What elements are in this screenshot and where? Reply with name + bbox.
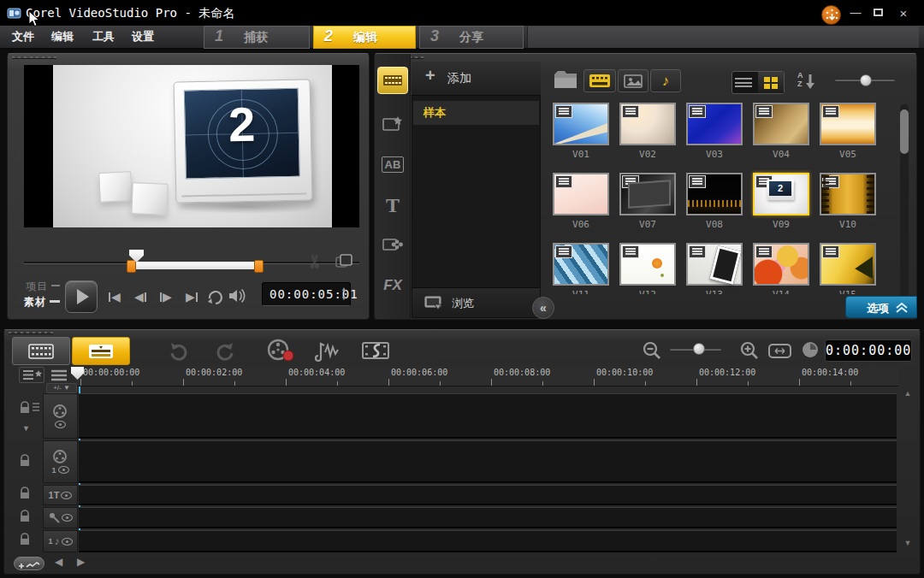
sound-mixer-button[interactable] — [311, 339, 342, 363]
video-track-lane[interactable] — [79, 393, 897, 439]
close-button[interactable]: × — [895, 6, 912, 20]
menu-edit[interactable]: 编辑 — [51, 26, 74, 48]
go-to-end-button[interactable]: ▶ — [181, 287, 202, 306]
library-add-header[interactable]: + 添加 — [412, 62, 541, 96]
music-track-header[interactable]: 1 ♪ — [43, 530, 78, 552]
library-thumbnail-v14[interactable]: V14 — [753, 243, 809, 294]
library-thumbnail-v08[interactable]: V08 — [686, 173, 743, 243]
clip-mode-label[interactable]: 素材 — [24, 295, 46, 310]
undo-button[interactable] — [168, 341, 188, 362]
thumbnail-view-button[interactable] — [758, 72, 784, 93]
filter-music-button[interactable]: ♪ — [650, 69, 681, 92]
step-tab-edit[interactable]: 2 编辑 — [313, 26, 416, 49]
library-thumbnail-v02[interactable]: V02 — [619, 103, 676, 173]
enlarge-preview-icon[interactable] — [335, 254, 351, 268]
nav-transition-icon[interactable]: AB — [377, 150, 408, 178]
library-thumbnail-v01[interactable]: V01 — [553, 103, 609, 173]
redo-button[interactable] — [216, 341, 236, 362]
voice-track-header[interactable] — [43, 507, 78, 528]
project-mode-label[interactable]: 项目 — [26, 280, 48, 294]
sort-button[interactable]: A Z — [795, 70, 820, 92]
video-track-header[interactable] — [43, 393, 78, 439]
timeline-ruler[interactable]: 00:00:00:0000:00:02:0000:00:04:0000:00:0… — [75, 366, 898, 386]
timeline-zoom-slider-knob[interactable] — [693, 343, 705, 355]
filter-video-button[interactable] — [583, 69, 616, 92]
play-button[interactable] — [65, 280, 98, 313]
options-button[interactable]: 选项 — [845, 296, 917, 318]
repeat-button[interactable] — [205, 286, 224, 305]
menu-file[interactable]: 文件 — [12, 26, 34, 48]
library-category-sample[interactable]: 样本 — [413, 101, 539, 125]
trim-range-bar[interactable] — [134, 262, 259, 269]
library-thumbnail-v06[interactable]: V06 — [553, 173, 609, 243]
library-thumbnail-v15[interactable]: V15 — [820, 243, 876, 294]
show-all-tracks-button[interactable] — [19, 367, 44, 383]
go-to-start-button[interactable]: ◀ — [104, 287, 125, 306]
previous-frame-button[interactable]: ◀ — [130, 287, 151, 306]
video-track-ride-lock-icon[interactable] — [19, 400, 33, 414]
volume-button[interactable] — [228, 287, 248, 304]
library-thumbnail-v09[interactable]: 2V09 — [753, 173, 809, 243]
library-thumbnail-v10[interactable]: V10 — [820, 173, 876, 243]
timeline-view-button[interactable] — [72, 337, 130, 365]
split-clip-scissors-icon[interactable]: ✄ — [305, 255, 325, 269]
menu-tools[interactable]: 工具 — [92, 26, 115, 48]
timecode-down-icon[interactable]: ▼ — [342, 296, 346, 302]
timeline-time-display[interactable]: 0:00:00:00 — [825, 339, 912, 362]
minimize-button[interactable]: — — [847, 7, 864, 21]
timeline-scroll-up-icon[interactable]: ▲ — [902, 389, 914, 398]
library-thumbnail-v04[interactable]: V04 — [753, 103, 809, 173]
library-thumbnail-v03[interactable]: V03 — [686, 103, 743, 173]
corel-update-icon[interactable] — [821, 5, 841, 25]
timecode-up-icon[interactable]: ▲ — [342, 286, 346, 292]
preview-timecode[interactable]: 00:00:05:01 ▲ ▼ — [262, 282, 351, 306]
title-track-lane[interactable] — [79, 485, 897, 505]
zoom-in-button[interactable] — [739, 340, 760, 361]
next-frame-button[interactable]: ▶ — [156, 287, 176, 306]
add-remove-track-toggle[interactable]: +/- ▼ — [46, 383, 77, 393]
list-view-button[interactable] — [732, 72, 758, 93]
library-thumbnail-v11[interactable]: V11 — [553, 243, 609, 294]
title-track-header[interactable]: 1T — [43, 485, 78, 505]
overlay-track-header[interactable]: 1 — [43, 440, 78, 483]
trim-start-handle[interactable] — [127, 260, 136, 273]
library-thumbnail-v13[interactable]: V13 — [686, 243, 743, 294]
record-capture-button[interactable] — [265, 339, 296, 363]
gallery-scrollbar-thumb[interactable] — [900, 109, 909, 154]
collapse-library-list-button[interactable]: « — [532, 297, 554, 319]
music-track-lane[interactable] — [79, 530, 897, 552]
track-expand-arrow-icon[interactable]: ▼ — [22, 424, 30, 433]
menu-settings[interactable]: 设置 — [132, 26, 154, 48]
title-track-lock-icon[interactable] — [19, 486, 33, 499]
nav-filter-icon[interactable]: FX — [377, 272, 408, 299]
timeline-scroll-down-icon[interactable]: ▼ — [902, 539, 914, 547]
voice-track-lane[interactable] — [79, 507, 897, 528]
library-thumbnail-v05[interactable]: V05 — [820, 103, 876, 173]
zoom-out-button[interactable] — [642, 340, 662, 361]
library-thumbnail-v07[interactable]: V07 — [619, 173, 676, 243]
project-duration-clock-icon[interactable] — [801, 340, 820, 359]
voice-track-lock-icon[interactable] — [19, 509, 33, 522]
overlay-track-lane[interactable] — [79, 440, 897, 483]
filter-photo-button[interactable] — [618, 69, 649, 92]
ripple-editing-button[interactable] — [361, 339, 394, 362]
library-browse-button[interactable]: 浏览 — [412, 287, 540, 317]
import-folder-icon[interactable] — [553, 68, 578, 91]
nav-graphic-icon[interactable] — [377, 231, 408, 258]
maximize-button[interactable] — [874, 9, 883, 16]
library-thumbnail-v12[interactable]: V12 — [619, 243, 676, 294]
nav-media-icon[interactable] — [377, 67, 408, 94]
nav-instant-project-icon[interactable] — [377, 109, 408, 137]
trim-end-handle[interactable] — [254, 260, 264, 273]
step-tab-capture[interactable]: 1 捕获 — [204, 26, 310, 49]
storyboard-view-button[interactable] — [12, 337, 70, 365]
timeline-scroll-right-icon[interactable]: ▶ — [77, 556, 85, 568]
scrollable-timeline-toggle[interactable] — [14, 557, 44, 570]
nav-title-icon[interactable]: T — [377, 192, 408, 219]
music-track-lock-icon[interactable] — [19, 532, 33, 546]
fit-project-in-window-button[interactable] — [768, 343, 792, 360]
overlay-track-lock-icon[interactable] — [19, 453, 33, 467]
timeline-scroll-left-icon[interactable]: ◀ — [55, 556, 62, 568]
track-manager-button[interactable] — [50, 369, 68, 382]
thumbnail-size-slider-knob[interactable] — [860, 74, 872, 86]
